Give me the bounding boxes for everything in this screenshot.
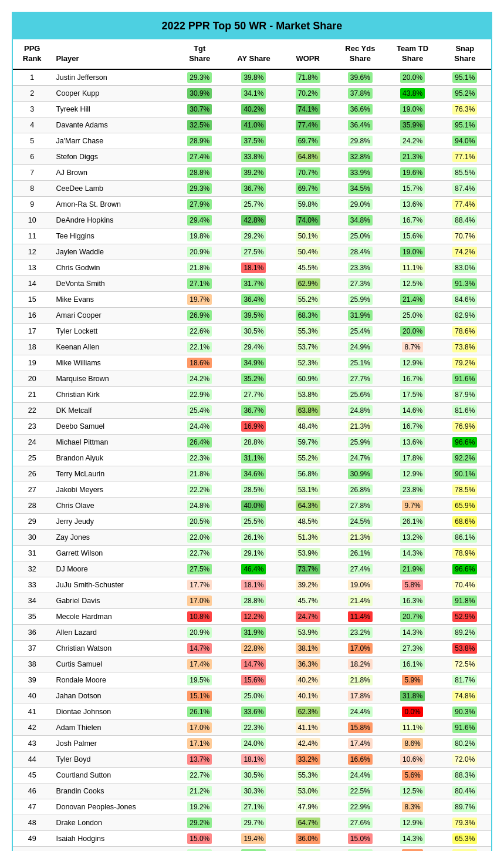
- rank-cell: 36: [13, 624, 51, 640]
- tgt-cell: 19.5%: [174, 672, 226, 688]
- ay-cell: 29.7%: [226, 815, 282, 830]
- table-row: 45 Courtland Sutton 22.7% 30.5% 55.3% 24…: [13, 767, 491, 783]
- ay-cell: 36.7%: [226, 180, 282, 196]
- rank-cell: 21: [13, 386, 51, 402]
- rank-cell: 26: [13, 466, 51, 482]
- ay-cell: 28.8%: [226, 434, 282, 450]
- player-name-cell: Keenan Allen: [51, 339, 173, 355]
- tgt-cell: 19.2%: [174, 799, 226, 815]
- player-name-cell: Cooper Kupp: [51, 85, 173, 101]
- snap-cell: 85.5%: [439, 164, 491, 180]
- teamtd-cell: 13.2%: [386, 529, 438, 545]
- rank-cell: 10: [13, 212, 51, 228]
- ay-cell: 15.6%: [226, 672, 282, 688]
- table-row: 24 Michael Pittman 26.4% 28.8% 59.7% 25.…: [13, 434, 491, 450]
- rank-cell: 33: [13, 577, 51, 593]
- table-row: 39 Rondale Moore 19.5% 15.6% 40.2% 21.8%…: [13, 672, 491, 688]
- ay-cell: 12.2%: [226, 608, 282, 624]
- rank-cell: 37: [13, 640, 51, 656]
- snap-cell: 82.9%: [439, 307, 491, 323]
- wopr-cell: 45.7%: [282, 593, 334, 608]
- snap-cell: 53.8%: [439, 640, 491, 656]
- recyds-cell: 26.1%: [334, 545, 386, 561]
- rank-cell: 43: [13, 735, 51, 751]
- recyds-cell: 39.6%: [334, 69, 386, 86]
- snap-cell: 78.5%: [439, 482, 491, 497]
- table-row: 1 Justin Jefferson 29.3% 39.8% 71.8% 39.…: [13, 69, 491, 86]
- tgt-cell: 20.9%: [174, 624, 226, 640]
- ay-cell: 39.8%: [226, 69, 282, 86]
- rank-cell: 14: [13, 275, 51, 291]
- wopr-cell: 55.0%: [282, 846, 334, 851]
- table-row: 2 Cooper Kupp 30.9% 34.1% 70.2% 37.8% 43…: [13, 85, 491, 101]
- ay-cell: 37.5%: [226, 133, 282, 149]
- tgt-cell: 22.6%: [174, 323, 226, 339]
- col-rank: PPGRank: [13, 39, 51, 69]
- recyds-cell: 21.8%: [334, 672, 386, 688]
- player-name-cell: Jahan Dotson: [51, 688, 173, 704]
- player-name-cell: Garrett Wilson: [51, 545, 173, 561]
- ay-cell: 29.4%: [226, 339, 282, 355]
- player-name-cell: DeAndre Hopkins: [51, 212, 173, 228]
- table-row: 15 Mike Evans 19.7% 36.4% 55.2% 25.9% 21…: [13, 291, 491, 307]
- tgt-cell: 29.2%: [174, 815, 226, 830]
- snap-cell: 76.3%: [439, 101, 491, 117]
- player-name-cell: Chris Godwin: [51, 260, 173, 275]
- wopr-cell: 53.1%: [282, 482, 334, 497]
- table-row: 41 Diontae Johnson 26.1% 33.6% 62.3% 24.…: [13, 704, 491, 719]
- player-name-cell: Stefon Diggs: [51, 149, 173, 164]
- rank-cell: 1: [13, 69, 51, 86]
- recyds-cell: 27.6%: [334, 815, 386, 830]
- wopr-cell: 53.9%: [282, 624, 334, 640]
- table-header-row: PPGRank Player TgtShare AY Share WOPR Re…: [13, 39, 491, 69]
- ay-cell: 16.9%: [226, 418, 282, 434]
- table-row: 9 Amon-Ra St. Brown 27.9% 25.7% 59.8% 29…: [13, 196, 491, 212]
- wopr-cell: 55.2%: [282, 291, 334, 307]
- recyds-cell: 30.9%: [334, 466, 386, 482]
- snap-cell: 84.6%: [439, 291, 491, 307]
- ay-cell: 22.3%: [226, 719, 282, 735]
- snap-cell: 81.6%: [439, 402, 491, 418]
- player-name-cell: Davante Adams: [51, 117, 173, 133]
- table-row: 25 Brandon Aiyuk 22.3% 31.1% 55.2% 24.7%…: [13, 450, 491, 466]
- snap-cell: 80.4%: [439, 783, 491, 799]
- teamtd-cell: 8.6%: [386, 735, 438, 751]
- wopr-cell: 36.0%: [282, 830, 334, 846]
- teamtd-cell: 31.8%: [386, 688, 438, 704]
- tgt-cell: 28.8%: [174, 164, 226, 180]
- snap-cell: 95.2%: [439, 85, 491, 101]
- tgt-cell: 27.9%: [174, 196, 226, 212]
- tgt-cell: 22.3%: [174, 450, 226, 466]
- player-name-cell: Marquise Brown: [51, 371, 173, 386]
- recyds-cell: 36.4%: [334, 117, 386, 133]
- tgt-cell: 21.8%: [174, 260, 226, 275]
- snap-cell: 78.1%: [439, 846, 491, 851]
- player-name-cell: Courtland Sutton: [51, 767, 173, 783]
- teamtd-cell: 26.1%: [386, 513, 438, 529]
- tgt-cell: 29.3%: [174, 69, 226, 86]
- rank-cell: 4: [13, 117, 51, 133]
- rank-cell: 50: [13, 846, 51, 851]
- snap-cell: 88.3%: [439, 767, 491, 783]
- wopr-cell: 73.7%: [282, 561, 334, 577]
- ay-cell: 40.2%: [226, 101, 282, 117]
- ay-cell: 26.1%: [226, 529, 282, 545]
- col-player: Player: [51, 39, 173, 69]
- wopr-cell: 59.7%: [282, 434, 334, 450]
- rank-cell: 19: [13, 355, 51, 371]
- snap-cell: 96.6%: [439, 561, 491, 577]
- recyds-cell: 28.4%: [334, 244, 386, 260]
- wopr-cell: 74.1%: [282, 101, 334, 117]
- recyds-cell: 34.5%: [334, 180, 386, 196]
- tgt-cell: 29.4%: [174, 212, 226, 228]
- recyds-cell: 33.9%: [334, 164, 386, 180]
- wopr-cell: 33.2%: [282, 751, 334, 767]
- player-name-cell: Tyreek Hill: [51, 101, 173, 117]
- snap-cell: 86.1%: [439, 529, 491, 545]
- tgt-cell: 18.6%: [174, 355, 226, 371]
- snap-cell: 79.2%: [439, 355, 491, 371]
- rank-cell: 11: [13, 228, 51, 244]
- recyds-cell: 17.0%: [334, 640, 386, 656]
- player-name-cell: Tee Higgins: [51, 228, 173, 244]
- player-name-cell: Gabriel Davis: [51, 593, 173, 608]
